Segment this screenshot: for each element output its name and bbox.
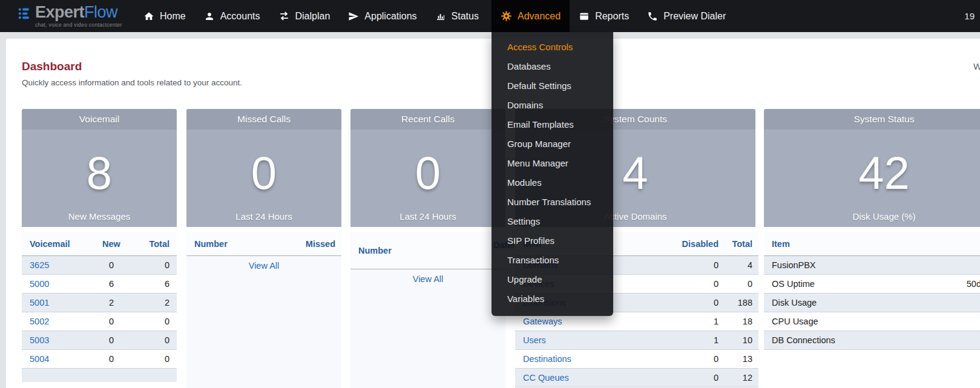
voicemail-caption: New Messages [22,211,177,222]
report-icon [579,11,590,22]
col-header-disabled: Disabled [646,239,719,249]
counts-total: 188 [719,298,758,307]
menu-item-access-controls[interactable]: Access Controls [492,38,613,57]
voicemail-ext-link[interactable]: 5004 [30,354,49,364]
logo-dots-icon [18,7,31,20]
menu-item-group-manager[interactable]: Group Manager [492,134,613,154]
table-row: FusionPBX [764,256,980,275]
nav-label: Dialplan [295,11,331,22]
voicemail-ext-link[interactable]: 5000 [30,279,49,289]
voicemail-total: 0 [137,260,177,270]
table-row: Destinations 0 13 [515,350,758,369]
nav-item-preview-dialer[interactable]: Preview Dialer [638,0,735,32]
recent-calls-caption: Last 24 Hours [350,211,505,222]
system-status-table: Item FusionPBX OS Uptime 50d Disk Usage … [764,232,980,350]
menu-item-transactions[interactable]: Transactions [492,251,613,270]
view-all-row: View All [350,269,505,289]
status-item: CPU Usage [764,317,980,326]
table-row: CC Queues 0 12 [515,369,758,387]
advanced-dropdown-menu: Access Controls Databases Default Settin… [492,32,613,316]
voicemail-new: 0 [86,317,137,326]
menu-item-sip-profiles[interactable]: SIP Profiles [492,231,613,251]
table-row: 5004 0 0 [22,350,177,369]
voicemail-new: 0 [86,260,137,270]
logo-text: ExpertFlow chat, voice and video contact… [35,4,122,28]
nav-label: Preview Dialer [663,11,726,22]
menu-item-variables[interactable]: Variables [492,289,613,309]
nav-item-home[interactable]: Home [134,0,195,32]
table-row: OS Uptime 50d [764,275,980,294]
voicemail-ext-link[interactable]: 5001 [30,298,49,307]
table-row: Disk Usage [764,294,980,312]
view-all-link[interactable]: View All [249,261,280,271]
view-all-link[interactable]: View All [413,274,444,284]
phone-icon [647,11,658,22]
counts-disabled: 1 [646,335,719,345]
menu-item-databases[interactable]: Databases [492,57,613,76]
recent-calls-card: Recent Calls 0 Last 24 Hours [350,109,505,227]
nav-item-accounts[interactable]: Accounts [195,0,269,32]
voicemail-ext-link[interactable]: 5003 [30,335,49,345]
voicemail-ext-link[interactable]: 3625 [30,260,49,270]
menu-item-settings[interactable]: Settings [492,212,613,231]
counts-disabled: 0 [646,354,719,364]
nav-item-dialplan[interactable]: Dialplan [269,0,340,32]
counts-disabled: 0 [646,373,719,383]
recent-calls-card-body: 0 Last 24 Hours [350,130,505,227]
recent-calls-count: 0 [415,150,441,196]
table-row: CPU Usage [764,312,980,331]
nav-label: Status [452,11,479,22]
nav-label: Accounts [220,11,260,22]
menu-item-upgrade[interactable]: Upgrade [492,270,613,289]
nav-label: Home [160,11,186,22]
nav-item-reports[interactable]: Reports [570,0,638,32]
voicemail-card-body: 8 New Messages [22,130,177,227]
counts-total: 0 [719,279,758,289]
menu-item-menu-manager[interactable]: Menu Manager [492,154,613,173]
gear-icon [501,10,512,22]
logo-expert: Expert [35,3,84,21]
voicemail-ext-link[interactable]: 5002 [30,317,49,326]
counts-item-link[interactable]: Users [523,335,546,345]
table-row: 5000 6 6 [22,275,177,294]
counts-item-link[interactable]: CC Queues [523,373,569,383]
status-item: FusionPBX [764,260,980,270]
system-counts-count: 4 [622,150,648,196]
view-all-row: View All [186,256,341,275]
system-status-caption: Disk Usage (%) [764,211,980,222]
nav-item-status[interactable]: Status [426,0,488,32]
menu-item-modules[interactable]: Modules [492,173,613,192]
menu-item-email-templates[interactable]: Email Templates [492,115,613,134]
nav-item-advanced[interactable]: Advanced Access Controls Databases Defau… [492,0,570,32]
missed-calls-card: Missed Calls 0 Last 24 Hours [186,109,341,227]
menu-item-domains[interactable]: Domains [492,96,613,115]
top-nav: ExpertFlow chat, voice and video contact… [0,0,980,32]
status-item: OS Uptime [764,279,967,289]
counts-total: 12 [719,373,758,383]
counts-disabled: 1 [646,317,719,326]
voicemail-total: 6 [137,279,177,289]
status-item: Disk Usage [764,298,980,307]
system-status-table-header: Item [764,232,980,256]
menu-item-default-settings[interactable]: Default Settings [492,76,613,96]
voicemail-card: Voicemail 8 New Messages [22,109,177,227]
missed-calls-table-header: Number Missed [186,232,341,256]
voicemail-total: 0 [137,354,177,364]
menu-item-number-translations[interactable]: Number Translations [492,192,613,212]
nav-label: Applications [364,11,416,22]
person-icon [204,11,215,22]
table-row-partial [22,369,177,382]
send-icon [348,11,359,22]
counts-item-link[interactable]: Destinations [523,354,571,364]
nav-label: Advanced [518,11,561,22]
nav-item-applications[interactable]: Applications [339,0,426,32]
voicemail-total: 2 [137,298,177,307]
counts-item-link[interactable]: Gateways [523,317,562,326]
voicemail-count: 8 [87,150,112,196]
col-header-number: Number [350,246,505,255]
system-status-count: 42 [858,150,910,196]
expertflow-logo[interactable]: ExpertFlow chat, voice and video contact… [18,4,122,28]
table-row: 5003 0 0 [22,331,177,350]
counts-total: 4 [719,260,758,270]
swap-arrows-icon [278,10,290,22]
